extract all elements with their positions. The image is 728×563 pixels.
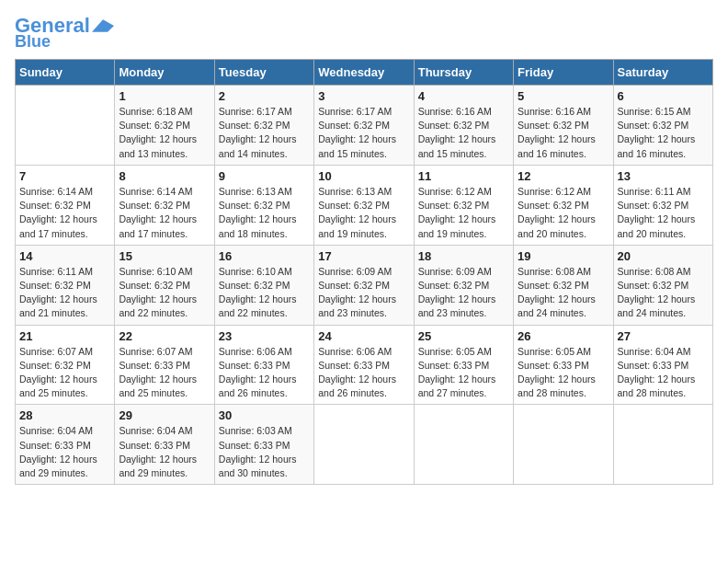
day-number: 19: [518, 249, 609, 263]
day-number: 23: [219, 329, 310, 343]
week-row-2: 7Sunrise: 6:14 AM Sunset: 6:32 PM Daylig…: [16, 165, 713, 245]
day-info: Sunrise: 6:11 AM Sunset: 6:32 PM Dayligh…: [19, 265, 110, 321]
day-cell: 9Sunrise: 6:13 AM Sunset: 6:32 PM Daylig…: [214, 165, 313, 245]
day-cell: 11Sunrise: 6:12 AM Sunset: 6:32 PM Dayli…: [414, 165, 513, 245]
day-cell: 28Sunrise: 6:04 AM Sunset: 6:33 PM Dayli…: [16, 405, 115, 485]
day-number: 10: [318, 169, 409, 183]
day-number: 12: [518, 169, 609, 183]
day-info: Sunrise: 6:17 AM Sunset: 6:32 PM Dayligh…: [318, 105, 409, 161]
day-info: Sunrise: 6:14 AM Sunset: 6:32 PM Dayligh…: [119, 185, 210, 241]
logo-blue-text: Blue: [15, 33, 51, 52]
day-number: 11: [418, 169, 509, 183]
day-info: Sunrise: 6:16 AM Sunset: 6:32 PM Dayligh…: [418, 105, 509, 161]
day-cell: 20Sunrise: 6:08 AM Sunset: 6:32 PM Dayli…: [613, 245, 712, 325]
day-number: 8: [119, 169, 210, 183]
day-info: Sunrise: 6:11 AM Sunset: 6:32 PM Dayligh…: [618, 185, 709, 241]
day-cell: 8Sunrise: 6:14 AM Sunset: 6:32 PM Daylig…: [115, 165, 214, 245]
day-info: Sunrise: 6:09 AM Sunset: 6:32 PM Dayligh…: [418, 265, 509, 321]
day-info: Sunrise: 6:04 AM Sunset: 6:33 PM Dayligh…: [618, 345, 709, 401]
logo-icon: [92, 19, 114, 32]
day-info: Sunrise: 6:07 AM Sunset: 6:32 PM Dayligh…: [19, 345, 110, 401]
day-cell: [613, 405, 712, 485]
day-number: 1: [119, 89, 210, 103]
day-cell: 1Sunrise: 6:18 AM Sunset: 6:32 PM Daylig…: [115, 85, 214, 165]
day-info: Sunrise: 6:06 AM Sunset: 6:33 PM Dayligh…: [219, 345, 310, 401]
day-cell: 3Sunrise: 6:17 AM Sunset: 6:32 PM Daylig…: [314, 85, 414, 165]
day-number: 21: [19, 329, 110, 343]
day-number: 13: [618, 169, 709, 183]
day-cell: 26Sunrise: 6:05 AM Sunset: 6:33 PM Dayli…: [514, 325, 613, 405]
day-info: Sunrise: 6:15 AM Sunset: 6:32 PM Dayligh…: [618, 105, 709, 161]
day-cell: 6Sunrise: 6:15 AM Sunset: 6:32 PM Daylig…: [613, 85, 712, 165]
day-number: 15: [119, 249, 210, 263]
day-info: Sunrise: 6:13 AM Sunset: 6:32 PM Dayligh…: [219, 185, 310, 241]
day-number: 22: [119, 329, 210, 343]
week-row-1: 1Sunrise: 6:18 AM Sunset: 6:32 PM Daylig…: [16, 85, 713, 165]
day-info: Sunrise: 6:09 AM Sunset: 6:32 PM Dayligh…: [318, 265, 409, 321]
day-cell: 13Sunrise: 6:11 AM Sunset: 6:32 PM Dayli…: [613, 165, 712, 245]
day-cell: 24Sunrise: 6:06 AM Sunset: 6:33 PM Dayli…: [314, 325, 414, 405]
day-info: Sunrise: 6:12 AM Sunset: 6:32 PM Dayligh…: [518, 185, 609, 241]
day-number: 5: [518, 89, 609, 103]
header-cell-monday: Monday: [115, 59, 214, 85]
day-cell: 25Sunrise: 6:05 AM Sunset: 6:33 PM Dayli…: [414, 325, 513, 405]
day-cell: 12Sunrise: 6:12 AM Sunset: 6:32 PM Dayli…: [514, 165, 613, 245]
day-info: Sunrise: 6:04 AM Sunset: 6:33 PM Dayligh…: [19, 424, 110, 480]
day-info: Sunrise: 6:03 AM Sunset: 6:33 PM Dayligh…: [219, 424, 310, 480]
day-number: 25: [418, 329, 509, 343]
day-number: 18: [418, 249, 509, 263]
calendar-table: SundayMondayTuesdayWednesdayThursdayFrid…: [15, 59, 713, 485]
week-row-5: 28Sunrise: 6:04 AM Sunset: 6:33 PM Dayli…: [16, 405, 713, 485]
day-cell: 23Sunrise: 6:06 AM Sunset: 6:33 PM Dayli…: [214, 325, 313, 405]
day-cell: 19Sunrise: 6:08 AM Sunset: 6:32 PM Dayli…: [514, 245, 613, 325]
day-cell: 18Sunrise: 6:09 AM Sunset: 6:32 PM Dayli…: [414, 245, 513, 325]
week-row-3: 14Sunrise: 6:11 AM Sunset: 6:32 PM Dayli…: [16, 245, 713, 325]
header-cell-tuesday: Tuesday: [214, 59, 313, 85]
day-number: 2: [219, 89, 310, 103]
day-info: Sunrise: 6:10 AM Sunset: 6:32 PM Dayligh…: [219, 265, 310, 321]
day-info: Sunrise: 6:05 AM Sunset: 6:33 PM Dayligh…: [418, 345, 509, 401]
day-info: Sunrise: 6:05 AM Sunset: 6:33 PM Dayligh…: [518, 345, 609, 401]
day-number: 29: [119, 408, 210, 422]
day-number: 20: [618, 249, 709, 263]
day-info: Sunrise: 6:12 AM Sunset: 6:32 PM Dayligh…: [418, 185, 509, 241]
day-cell: 2Sunrise: 6:17 AM Sunset: 6:32 PM Daylig…: [214, 85, 313, 165]
day-number: 30: [219, 408, 310, 422]
day-number: 4: [418, 89, 509, 103]
day-cell: 16Sunrise: 6:10 AM Sunset: 6:32 PM Dayli…: [214, 245, 313, 325]
day-cell: 14Sunrise: 6:11 AM Sunset: 6:32 PM Dayli…: [16, 245, 115, 325]
day-info: Sunrise: 6:14 AM Sunset: 6:32 PM Dayligh…: [19, 185, 110, 241]
day-cell: 4Sunrise: 6:16 AM Sunset: 6:32 PM Daylig…: [414, 85, 513, 165]
day-cell: 30Sunrise: 6:03 AM Sunset: 6:33 PM Dayli…: [214, 405, 313, 485]
day-number: 9: [219, 169, 310, 183]
day-info: Sunrise: 6:06 AM Sunset: 6:33 PM Dayligh…: [318, 345, 409, 401]
header-cell-thursday: Thursday: [414, 59, 513, 85]
day-cell: [16, 85, 115, 165]
day-info: Sunrise: 6:16 AM Sunset: 6:32 PM Dayligh…: [518, 105, 609, 161]
day-number: 24: [318, 329, 409, 343]
header-cell-saturday: Saturday: [613, 59, 712, 85]
day-cell: [414, 405, 513, 485]
header-cell-sunday: Sunday: [16, 59, 115, 85]
day-number: 26: [518, 329, 609, 343]
day-info: Sunrise: 6:08 AM Sunset: 6:32 PM Dayligh…: [618, 265, 709, 321]
day-cell: 17Sunrise: 6:09 AM Sunset: 6:32 PM Dayli…: [314, 245, 414, 325]
day-number: 6: [618, 89, 709, 103]
day-number: 14: [19, 249, 110, 263]
day-info: Sunrise: 6:07 AM Sunset: 6:33 PM Dayligh…: [119, 345, 210, 401]
day-number: 16: [219, 249, 310, 263]
day-cell: 7Sunrise: 6:14 AM Sunset: 6:32 PM Daylig…: [16, 165, 115, 245]
svg-marker-0: [92, 19, 114, 32]
calendar-header-row: SundayMondayTuesdayWednesdayThursdayFrid…: [16, 59, 713, 85]
day-cell: 10Sunrise: 6:13 AM Sunset: 6:32 PM Dayli…: [314, 165, 414, 245]
day-cell: [314, 405, 414, 485]
day-number: 7: [19, 169, 110, 183]
day-number: 27: [618, 329, 709, 343]
page-header: General Blue: [15, 15, 713, 52]
week-row-4: 21Sunrise: 6:07 AM Sunset: 6:32 PM Dayli…: [16, 325, 713, 405]
day-info: Sunrise: 6:17 AM Sunset: 6:32 PM Dayligh…: [219, 105, 310, 161]
day-number: 3: [318, 89, 409, 103]
day-cell: 22Sunrise: 6:07 AM Sunset: 6:33 PM Dayli…: [115, 325, 214, 405]
header-cell-friday: Friday: [514, 59, 613, 85]
day-info: Sunrise: 6:13 AM Sunset: 6:32 PM Dayligh…: [318, 185, 409, 241]
